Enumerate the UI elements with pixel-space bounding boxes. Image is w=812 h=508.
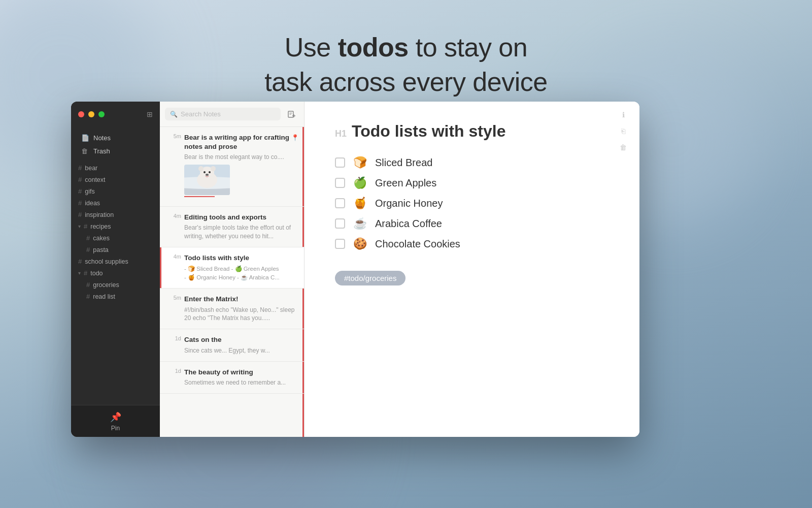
tag-pill[interactable]: #todo/groceries <box>335 271 405 285</box>
sidebar-item-trash[interactable]: 🗑 Trash <box>74 145 157 157</box>
todo-text-sliced-bread: Sliced Bread <box>375 157 432 169</box>
tag-pasta-label: pasta <box>93 246 109 253</box>
note-time: 5m <box>167 133 181 139</box>
headline-line2: task across every device <box>0 65 812 100</box>
tag-hash-icon: # <box>78 258 82 265</box>
note-title: Bear is a writing app for crafting notes… <box>184 133 297 151</box>
sidebar-item-notes[interactable]: 📄 Notes <box>74 132 157 144</box>
todo-item-sliced-bread: 🍞 Sliced Bread <box>335 156 609 169</box>
tag-hash-icon: # <box>78 199 82 207</box>
tag-context-label: context <box>85 176 105 183</box>
note-preview: Bear is the most elegant way to co.... <box>184 153 297 162</box>
tag-recipes[interactable]: ▾ # recipes <box>71 220 160 232</box>
note-title: The beauty of writing <box>184 368 253 377</box>
tag-hash-icon: # <box>78 211 82 218</box>
caret-down-icon: ▾ <box>78 270 81 276</box>
note-title-main: Todo lists with style <box>352 122 505 141</box>
todo-list: 🍞 Sliced Bread 🍏 Green Apples 🍯 Organic … <box>335 156 609 250</box>
svg-point-14 <box>206 174 209 176</box>
todo-emoji: ☕ <box>353 217 367 230</box>
tag-inspiration[interactable]: # inspiration <box>71 209 160 220</box>
tag-ideas[interactable]: # ideas <box>71 197 160 209</box>
todo-item-chocolate-cookies: 🍪 Chocolate Cookies <box>335 237 609 250</box>
todo-checkbox-arabica-coffee[interactable] <box>335 218 345 229</box>
note-todo-preview: - 🍞 Sliced Bread - 🍏 Green Apples - 🍯 Or… <box>184 265 297 282</box>
note-meta: 5m Bear is a writing app for crafting no… <box>167 133 297 151</box>
note-meta: 5m Enter the Matrix! <box>167 295 297 304</box>
note-item-todo-lists[interactable]: 4m Todo lists with style - 🍞 Sliced Brea… <box>160 247 304 289</box>
note-title: Enter the Matrix! <box>184 295 239 304</box>
active-indicator <box>160 247 161 288</box>
tag-cakes[interactable]: # cakes <box>71 232 160 244</box>
tag-todo-label: todo <box>90 270 103 277</box>
svg-point-10 <box>198 166 204 171</box>
tag-hash-icon: # <box>78 164 82 172</box>
tag-inspiration-label: inspiration <box>85 211 114 218</box>
note-item-beauty-writing[interactable]: 1d The beauty of writing Sometimes we ne… <box>160 362 304 394</box>
note-preview: #!/bin/bash echo "Wake up, Neo..." sleep… <box>184 306 297 323</box>
note-preview: Since cats we... Egypt, they w... <box>184 346 297 355</box>
tag-todo[interactable]: ▾ # todo <box>71 267 160 279</box>
tag-hash-icon: # <box>86 281 90 289</box>
note-list-panel: 🔍 Search Notes 📍 5m Bear is a writing ap… <box>160 102 304 437</box>
note-item-bear-app[interactable]: 📍 5m Bear is a writing app for crafting … <box>160 127 304 207</box>
tag-read-list[interactable]: # read list <box>71 291 160 302</box>
tag-recipes-label: recipes <box>90 223 111 230</box>
pin-icon: 📌 <box>110 411 121 423</box>
note-time: 5m <box>167 295 181 301</box>
sidebar-nav: 📄 Notes 🗑 Trash # bear # context # gifs <box>71 127 160 437</box>
todo-text-organic-honey: Organic Honey <box>375 198 443 209</box>
svg-point-12 <box>204 171 206 173</box>
tag-gifs[interactable]: # gifs <box>71 185 160 197</box>
todo-checkbox-sliced-bread[interactable] <box>335 157 345 168</box>
todo-item-arabica-coffee: ☕ Arabica Coffee <box>335 217 609 230</box>
note-preview: Sometimes we need to remember a... <box>184 378 297 387</box>
h1-badge: H1 <box>335 129 347 139</box>
tag-hash-icon: # <box>86 293 90 300</box>
sidebar-item-notes-label: Notes <box>93 134 111 142</box>
todo-item-organic-honey: 🍯 Organic Honey <box>335 197 609 210</box>
note-title: Todo lists with style <box>184 253 249 263</box>
note-item-matrix[interactable]: 5m Enter the Matrix! #!/bin/bash echo "W… <box>160 289 304 329</box>
tag-bear[interactable]: # bear <box>71 162 160 174</box>
notes-icon: 📄 <box>81 134 89 142</box>
svg-point-13 <box>209 171 211 173</box>
tag-hash-icon: # <box>84 223 87 230</box>
note-meta: 1d The beauty of writing <box>167 368 297 377</box>
main-content: ℹ ⎗ 🗑 H1 Todo lists with style 🍞 Sliced … <box>304 102 639 437</box>
app-window: ⊞ 📄 Notes 🗑 Trash # bear # context <box>71 102 639 437</box>
tag-school-supplies[interactable]: # school supplies <box>71 256 160 267</box>
note-item-editing-tools[interactable]: 4m Editing tools and exports Bear's simp… <box>160 207 304 247</box>
tag-groceries[interactable]: # groceries <box>71 279 160 291</box>
tag-pasta[interactable]: # pasta <box>71 244 160 256</box>
pin-tooltip[interactable]: 📌 Pin <box>71 405 160 437</box>
caret-down-icon: ▾ <box>78 224 81 229</box>
note-todo-line1: - 🍞 Sliced Bread - 🍏 Green Apples <box>184 265 297 273</box>
tag-hash-icon: # <box>84 269 87 277</box>
note-heading: H1 Todo lists with style <box>335 122 609 141</box>
share-icon[interactable]: ⎗ <box>617 125 629 137</box>
tag-read-list-label: read list <box>93 293 115 300</box>
tag-hash-icon: # <box>78 187 82 195</box>
todo-item-green-apples: 🍏 Green Apples <box>335 176 609 189</box>
delete-icon[interactable]: 🗑 <box>617 141 629 153</box>
todo-checkbox-organic-honey[interactable] <box>335 198 345 208</box>
todo-text-chocolate-cookies: Chocolate Cookies <box>375 238 460 250</box>
note-meta: 1d Cats on the <box>167 335 297 344</box>
todo-emoji: 🍞 <box>353 156 367 169</box>
note-meta: 4m Todo lists with style <box>167 253 297 263</box>
note-item-cats[interactable]: 1d Cats on the Since cats we... Egypt, t… <box>160 329 304 361</box>
pin-label: Pin <box>111 425 120 432</box>
note-time: 1d <box>167 368 181 374</box>
tag-hash-icon: # <box>78 176 82 183</box>
headline-area: Use todos to stay on task across every d… <box>0 0 812 119</box>
todo-text-arabica-coffee: Arabica Coffee <box>375 218 442 230</box>
svg-point-11 <box>211 166 216 171</box>
todo-checkbox-green-apples[interactable] <box>335 178 345 188</box>
sidebar: ⊞ 📄 Notes 🗑 Trash # bear # context <box>71 102 160 437</box>
tag-context[interactable]: # context <box>71 174 160 185</box>
note-title: Cats on the <box>184 335 222 344</box>
todo-emoji: 🍪 <box>353 237 367 250</box>
todo-checkbox-chocolate-cookies[interactable] <box>335 239 345 249</box>
tag-groceries-label: groceries <box>93 281 119 289</box>
